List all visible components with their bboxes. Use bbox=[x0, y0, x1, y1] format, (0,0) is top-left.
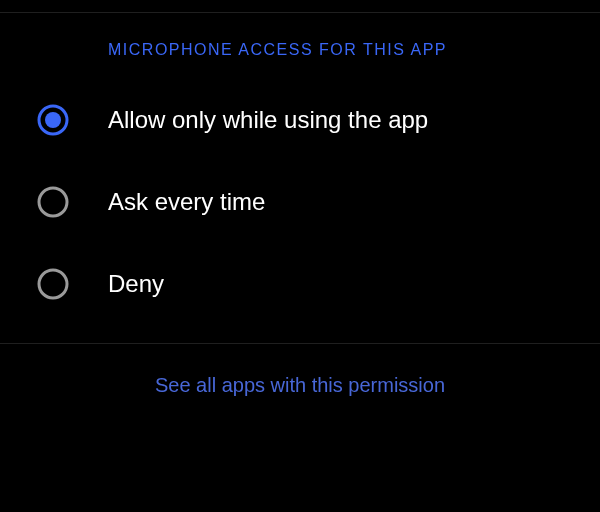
radio-label: Ask every time bbox=[108, 188, 265, 216]
radio-option-deny[interactable]: Deny bbox=[0, 243, 600, 325]
see-all-apps-link[interactable]: See all apps with this permission bbox=[0, 344, 600, 427]
svg-point-3 bbox=[39, 270, 67, 298]
radio-unselected-icon bbox=[36, 267, 70, 301]
svg-point-1 bbox=[45, 112, 61, 128]
radio-option-allow-while-using[interactable]: Allow only while using the app bbox=[0, 79, 600, 161]
svg-point-2 bbox=[39, 188, 67, 216]
radio-label: Deny bbox=[108, 270, 164, 298]
radio-label: Allow only while using the app bbox=[108, 106, 428, 134]
radio-unselected-icon bbox=[36, 185, 70, 219]
section-header: MICROPHONE ACCESS FOR THIS APP bbox=[0, 13, 600, 69]
permission-radio-group: Allow only while using the app Ask every… bbox=[0, 69, 600, 325]
radio-selected-icon bbox=[36, 103, 70, 137]
radio-option-ask-every-time[interactable]: Ask every time bbox=[0, 161, 600, 243]
